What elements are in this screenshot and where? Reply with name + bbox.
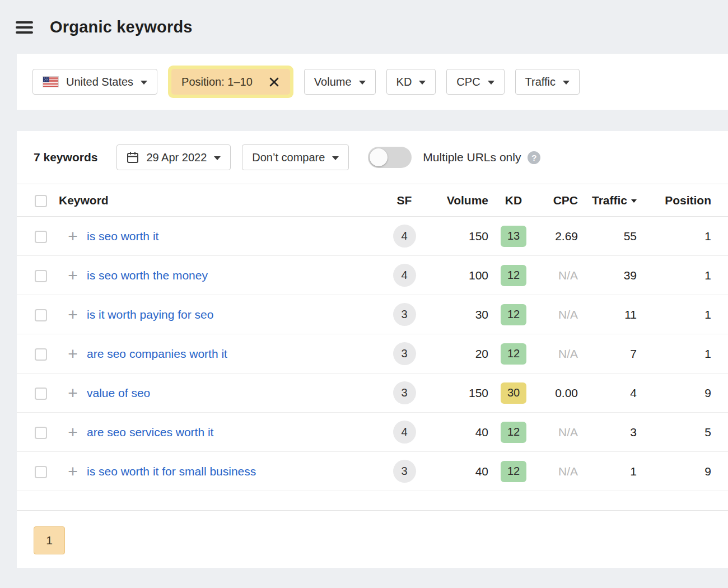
header-cpc[interactable]: CPC: [539, 184, 578, 217]
volume-cell: 20: [421, 334, 488, 374]
sf-badge: 4: [393, 264, 416, 287]
keyword-link[interactable]: is seo worth the money: [87, 269, 208, 282]
position-filter-chip[interactable]: Position: 1–10: [171, 69, 290, 95]
kd-badge: 12: [501, 265, 526, 286]
add-plus-icon[interactable]: +: [68, 423, 78, 441]
table-header-row: Keyword SF Volume KD CPC Traffic Positio…: [17, 184, 728, 217]
traffic-cell: 1: [578, 452, 637, 491]
hamburger-menu-icon[interactable]: [16, 21, 33, 34]
keyword-link[interactable]: is it worth paying for seo: [87, 308, 213, 321]
chevron-down-icon: [332, 156, 339, 160]
header-position[interactable]: Position: [637, 184, 728, 217]
cpc-cell: 0.00: [539, 374, 578, 413]
us-flag-icon: [43, 76, 59, 87]
kd-badge: 12: [501, 422, 526, 443]
row-checkbox[interactable]: [35, 270, 47, 282]
remove-filter-x-icon[interactable]: [268, 76, 280, 88]
kd-badge: 12: [501, 343, 526, 365]
compare-dropdown[interactable]: Don’t compare: [242, 144, 349, 170]
row-checkbox[interactable]: [35, 427, 47, 439]
page-header: Organic keywords: [0, 0, 728, 39]
position-cell: 9: [637, 452, 728, 491]
country-dropdown[interactable]: United States: [32, 69, 157, 95]
keyword-link[interactable]: are seo companies worth it: [87, 347, 227, 360]
keyword-link[interactable]: is seo worth it for small business: [87, 465, 256, 478]
sf-badge: 3: [393, 342, 416, 365]
date-picker-dropdown[interactable]: 29 Apr 2022: [116, 144, 231, 170]
volume-filter-label: Volume: [314, 76, 352, 88]
page-title: Organic keywords: [50, 18, 193, 36]
select-all-checkbox[interactable]: [35, 195, 47, 207]
kd-filter-dropdown[interactable]: KD: [386, 69, 436, 95]
table-row: + is seo worth the money 4 100 12 N/A 39…: [17, 256, 728, 295]
keyword-link[interactable]: is seo worth it: [87, 230, 158, 242]
results-toolbar: 7 keywords 29 Apr 2022 Don’t compare Mul…: [17, 131, 728, 184]
volume-cell: 100: [421, 256, 488, 295]
add-plus-icon[interactable]: +: [68, 462, 78, 480]
table-row: + is seo worth it 4 150 13 2.69 55 1: [17, 217, 728, 256]
cpc-cell: 2.69: [539, 217, 578, 256]
row-checkbox[interactable]: [35, 309, 47, 321]
keywords-count: 7 keywords: [34, 151, 97, 164]
page-1-button[interactable]: 1: [34, 526, 65, 554]
date-label: 29 Apr 2022: [146, 151, 207, 164]
cpc-cell: N/A: [539, 413, 578, 452]
multiple-urls-toggle[interactable]: [368, 147, 412, 168]
volume-cell: 40: [421, 452, 488, 491]
row-checkbox[interactable]: [35, 388, 47, 400]
sort-caret-down-icon: [631, 199, 637, 203]
chevron-down-icon: [141, 81, 147, 85]
traffic-filter-label: Traffic: [525, 76, 556, 88]
header-keyword[interactable]: Keyword: [59, 184, 388, 217]
pagination: 1: [17, 511, 728, 554]
add-plus-icon[interactable]: +: [68, 305, 78, 324]
row-checkbox[interactable]: [35, 231, 47, 243]
sf-badge: 3: [393, 303, 416, 326]
traffic-cell: 3: [578, 413, 637, 452]
cpc-cell: N/A: [539, 334, 578, 374]
keywords-table: Keyword SF Volume KD CPC Traffic Positio…: [17, 184, 728, 491]
cpc-cell: N/A: [539, 452, 578, 491]
sf-badge: 4: [393, 225, 416, 248]
traffic-cell: 4: [578, 374, 637, 413]
add-plus-icon[interactable]: +: [68, 266, 78, 284]
calendar-icon: [127, 151, 139, 164]
add-plus-icon[interactable]: +: [68, 344, 78, 363]
chevron-down-icon: [488, 81, 494, 85]
position-cell: 1: [637, 334, 728, 374]
kd-badge: 12: [501, 304, 526, 325]
country-label: United States: [66, 76, 133, 88]
volume-filter-dropdown[interactable]: Volume: [304, 69, 376, 95]
add-plus-icon[interactable]: +: [68, 384, 78, 402]
traffic-cell: 7: [578, 334, 637, 374]
kd-badge: 30: [501, 382, 526, 404]
position-cell: 1: [637, 295, 728, 334]
cpc-cell: N/A: [539, 256, 578, 295]
volume-cell: 30: [421, 295, 488, 334]
position-filter-highlight: Position: 1–10: [168, 66, 293, 98]
chevron-down-icon: [563, 81, 570, 85]
keyword-link[interactable]: value of seo: [87, 386, 150, 399]
header-traffic[interactable]: Traffic: [578, 184, 637, 217]
chevron-down-icon: [419, 81, 426, 85]
keyword-link[interactable]: are seo services worth it: [87, 426, 213, 438]
header-sf[interactable]: SF: [388, 184, 421, 217]
cpc-cell: N/A: [539, 295, 578, 334]
traffic-filter-dropdown[interactable]: Traffic: [515, 69, 580, 95]
header-kd[interactable]: KD: [488, 184, 539, 217]
row-checkbox[interactable]: [35, 348, 47, 361]
position-cell: 9: [637, 374, 728, 413]
help-question-icon[interactable]: ?: [528, 151, 540, 164]
header-volume[interactable]: Volume: [421, 184, 488, 217]
chevron-down-icon: [214, 156, 221, 160]
traffic-cell: 55: [578, 217, 637, 256]
chevron-down-icon: [359, 81, 366, 85]
kd-badge: 12: [501, 461, 526, 482]
add-plus-icon[interactable]: +: [68, 227, 78, 245]
cpc-filter-dropdown[interactable]: CPC: [446, 69, 504, 95]
row-checkbox[interactable]: [35, 466, 47, 478]
table-row: + is seo worth it for small business 3 4…: [17, 452, 728, 491]
sf-badge: 3: [393, 381, 416, 404]
volume-cell: 150: [421, 217, 488, 256]
multiple-urls-label: Multiple URLs only: [423, 151, 521, 164]
